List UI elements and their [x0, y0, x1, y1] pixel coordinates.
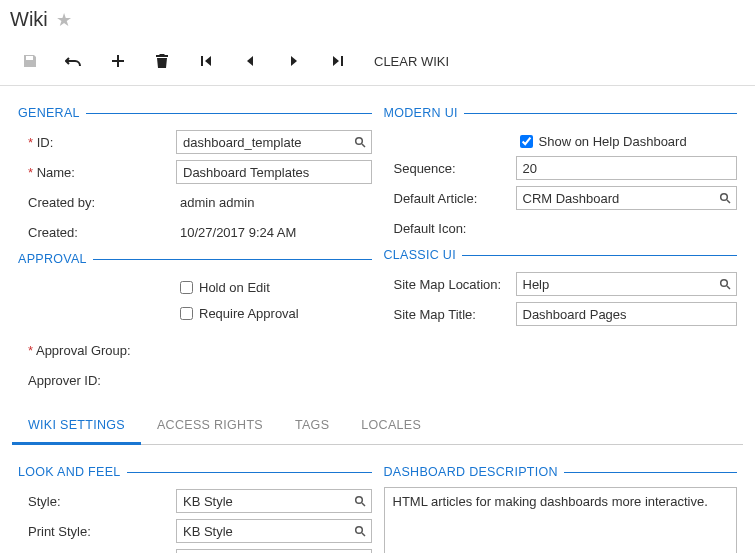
name-input[interactable] — [176, 160, 372, 184]
svg-point-2 — [721, 194, 728, 201]
page-title: Wiki — [10, 8, 48, 31]
default-article-input[interactable] — [516, 186, 738, 210]
default-article-label: Default Article: — [384, 191, 516, 206]
id-input[interactable] — [176, 130, 372, 154]
style-label: Style: — [18, 494, 176, 509]
svg-line-7 — [362, 503, 365, 506]
tab-wiki-settings[interactable]: WIKI SETTINGS — [12, 408, 141, 445]
sitemap-location-label: Site Map Location: — [384, 277, 516, 292]
first-icon — [199, 54, 213, 68]
search-icon[interactable] — [719, 278, 731, 290]
hold-on-edit-label: Hold on Edit — [199, 280, 270, 295]
search-icon[interactable] — [354, 525, 366, 537]
dashboard-desc-column: DASHBOARD DESCRIPTION — [378, 459, 744, 553]
delete-button[interactable] — [140, 47, 184, 75]
created-by-value: admin admin — [176, 195, 372, 210]
tab-bar: WIKI SETTINGS ACCESS RIGHTS TAGS LOCALES — [12, 408, 743, 445]
approval-group-label: Approval Group: — [18, 343, 176, 358]
last-icon — [331, 54, 345, 68]
article-type-select[interactable] — [176, 549, 372, 553]
clear-wiki-button[interactable]: CLEAR WIKI — [364, 54, 459, 69]
sequence-label: Sequence: — [384, 161, 516, 176]
tab-tags[interactable]: TAGS — [279, 408, 345, 444]
show-on-dashboard-checkbox[interactable] — [520, 135, 533, 148]
undo-button[interactable] — [52, 47, 96, 75]
search-icon[interactable] — [354, 136, 366, 148]
look-feel-heading: LOOK AND FEEL — [18, 465, 372, 479]
classic-ui-heading: CLASSIC UI — [384, 248, 738, 262]
toolbar: CLEAR WIKI — [0, 35, 755, 86]
favorite-star-icon[interactable]: ★ — [56, 9, 72, 31]
approval-heading: APPROVAL — [18, 252, 372, 266]
save-icon — [22, 53, 38, 69]
sitemap-title-label: Site Map Title: — [384, 307, 516, 322]
created-label: Created: — [18, 225, 176, 240]
style-input[interactable] — [176, 489, 372, 513]
left-column: GENERAL ID: Name: Created by: admin admi… — [12, 100, 378, 396]
general-heading: GENERAL — [18, 106, 372, 120]
save-button[interactable] — [8, 47, 52, 75]
svg-line-9 — [362, 533, 365, 536]
tab-locales[interactable]: LOCALES — [345, 408, 437, 444]
print-style-input[interactable] — [176, 519, 372, 543]
id-label: ID: — [18, 135, 176, 150]
prev-record-button[interactable] — [228, 47, 272, 75]
created-value: 10/27/2017 9:24 AM — [176, 225, 372, 240]
created-by-label: Created by: — [18, 195, 176, 210]
approver-id-label: Approver ID: — [18, 373, 176, 388]
dashboard-desc-heading: DASHBOARD DESCRIPTION — [384, 465, 738, 479]
svg-line-5 — [727, 286, 730, 289]
svg-point-6 — [355, 497, 362, 504]
svg-point-0 — [355, 138, 362, 145]
undo-icon — [65, 53, 83, 69]
lower-area: LOOK AND FEEL Style: Print Style: Arti — [0, 445, 755, 553]
name-label: Name: — [18, 165, 176, 180]
sitemap-title-input[interactable] — [516, 302, 738, 326]
first-record-button[interactable] — [184, 47, 228, 75]
look-feel-column: LOOK AND FEEL Style: Print Style: Arti — [12, 459, 378, 553]
hold-on-edit-checkbox[interactable] — [180, 281, 193, 294]
modern-ui-heading: MODERN UI — [384, 106, 738, 120]
svg-point-4 — [721, 280, 728, 287]
plus-icon — [110, 53, 126, 69]
chevron-left-icon — [244, 54, 256, 68]
svg-line-3 — [727, 200, 730, 203]
print-style-label: Print Style: — [18, 524, 176, 539]
trash-icon — [155, 53, 169, 69]
right-column: MODERN UI Show on Help Dashboard Sequenc… — [378, 100, 744, 396]
require-approval-checkbox[interactable] — [180, 307, 193, 320]
search-icon[interactable] — [354, 495, 366, 507]
next-record-button[interactable] — [272, 47, 316, 75]
svg-line-1 — [362, 144, 365, 147]
default-icon-label: Default Icon: — [384, 221, 516, 236]
dashboard-description-textarea[interactable] — [384, 487, 738, 553]
form-area: GENERAL ID: Name: Created by: admin admi… — [0, 86, 755, 400]
page-header: Wiki ★ — [0, 0, 755, 35]
search-icon[interactable] — [719, 192, 731, 204]
tab-access-rights[interactable]: ACCESS RIGHTS — [141, 408, 279, 444]
chevron-right-icon — [288, 54, 300, 68]
add-button[interactable] — [96, 47, 140, 75]
svg-point-8 — [355, 527, 362, 534]
show-on-dashboard-label: Show on Help Dashboard — [539, 134, 687, 149]
sitemap-location-input[interactable] — [516, 272, 738, 296]
last-record-button[interactable] — [316, 47, 360, 75]
require-approval-label: Require Approval — [199, 306, 299, 321]
sequence-input[interactable] — [516, 156, 738, 180]
